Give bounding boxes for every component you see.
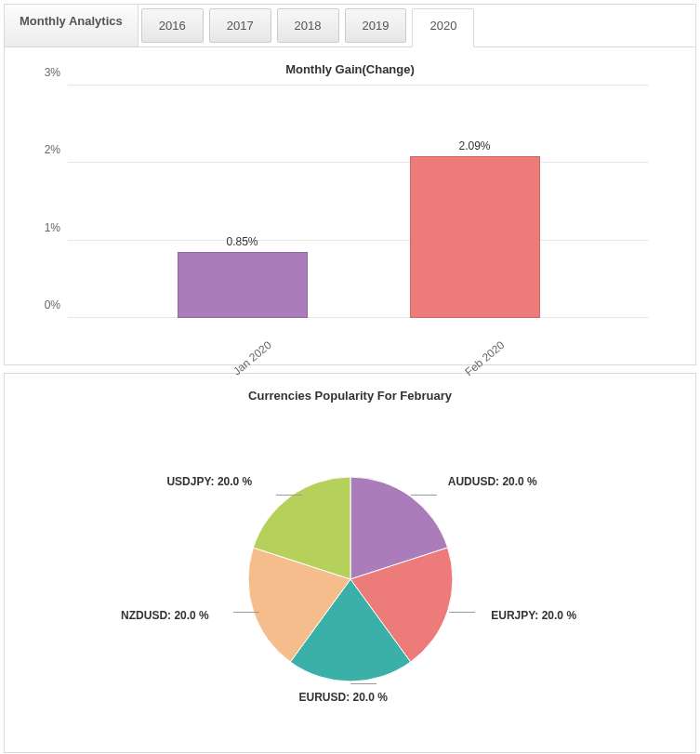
y-tick-label: 2% [33, 143, 60, 156]
panel-title: Monthly Analytics [5, 5, 139, 46]
tab-2016[interactable]: 2016 [141, 8, 204, 43]
pie-leader-line [411, 495, 437, 496]
pie-label: USDJPY: 20.0 % [166, 475, 252, 488]
bar[interactable] [178, 252, 308, 318]
pie-chart-panel: Currencies Popularity For February AUDUS… [4, 373, 696, 753]
pie-chart: AUDUSD: 20.0 %EURJPY: 20.0 %EURUSD: 20.0… [14, 412, 686, 747]
pie-label: EURUSD: 20.0 % [299, 691, 388, 704]
bar-chart-panel: Monthly Analytics 2016 2017 2018 2019 20… [4, 4, 696, 365]
pie-leader-line [233, 612, 259, 613]
tabs-row: Monthly Analytics 2016 2017 2018 2019 20… [5, 5, 695, 47]
bar-slot: 2.09%Feb 2020 [359, 86, 591, 318]
pie-svg [239, 468, 462, 691]
bar-value-label: 0.85% [226, 235, 258, 248]
pie-leader-line [449, 612, 475, 613]
pie-leader-line [350, 683, 376, 684]
tab-2020[interactable]: 2020 [412, 8, 474, 47]
tab-2017[interactable]: 2017 [209, 8, 271, 43]
tab-2019[interactable]: 2019 [345, 8, 407, 43]
pie-leader-line [276, 495, 302, 496]
bar[interactable] [410, 156, 540, 318]
bar-chart-area: Monthly Gain(Change) 0%1%2%3%0.85%Jan 20… [5, 47, 695, 364]
y-tick-label: 3% [33, 66, 60, 79]
y-tick-label: 0% [33, 298, 60, 311]
pie-label: NZDUSD: 20.0 % [121, 609, 209, 622]
bar-chart-title: Monthly Gain(Change) [14, 62, 686, 76]
tab-2018[interactable]: 2018 [277, 8, 339, 43]
bar-value-label: 2.09% [458, 139, 490, 152]
pie-label: EURJPY: 20.0 % [491, 609, 576, 622]
bar-chart: 0%1%2%3%0.85%Jan 20202.09%Feb 2020 [51, 86, 658, 364]
pie-label: AUDUSD: 20.0 % [448, 475, 537, 488]
pie-chart-title: Currencies Popularity For February [14, 389, 686, 403]
bar-slot: 0.85%Jan 2020 [126, 86, 359, 318]
y-tick-label: 1% [33, 221, 60, 234]
